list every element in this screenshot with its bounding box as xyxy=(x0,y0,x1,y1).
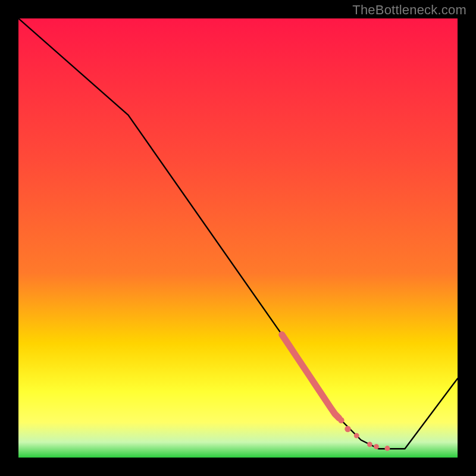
highlight-dot xyxy=(367,441,372,447)
highlight-dot xyxy=(354,433,359,439)
highlight-dot xyxy=(345,426,350,432)
highlight-dot xyxy=(374,444,379,449)
attribution-text: TheBottleneck.com xyxy=(352,2,466,18)
curve-overlay xyxy=(18,18,458,458)
bottleneck-curve xyxy=(18,18,458,449)
highlight-dot xyxy=(338,417,344,423)
highlight-dot xyxy=(385,446,390,451)
plot-area xyxy=(18,18,458,458)
highlight-segment xyxy=(282,334,339,418)
chart-container: TheBottleneck.com xyxy=(0,0,476,476)
highlight-dots xyxy=(338,417,390,451)
